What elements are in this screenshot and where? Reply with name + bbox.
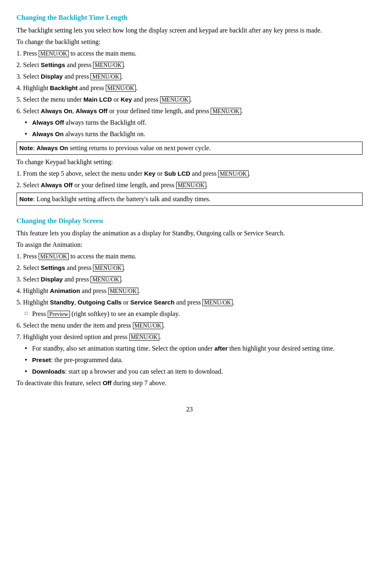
sub-lcd-label: Sub LCD — [164, 170, 190, 177]
section2-step5: 5. Highlight Standby, Outgoing Calls or … — [16, 297, 363, 307]
keypad-step1: 1. From the step 5 above, select the men… — [16, 169, 363, 179]
off-label: Off — [102, 379, 112, 386]
section1-intro: The backlight setting lets you select ho… — [16, 26, 363, 35]
section1-step3: 3. Select Display and press MENU/OK. — [16, 72, 363, 81]
downloads-label: Downloads — [32, 368, 65, 375]
menu-ok-key-s2-1: MENU/OK — [39, 253, 69, 260]
always-off-label-2: Always Off — [41, 181, 73, 188]
always-on-inline: Always On — [32, 130, 64, 137]
section2-step1: 1. Press MENU/OK to access the main menu… — [16, 251, 363, 261]
bullet-always-off: Always Off always turns the Backlight of… — [25, 118, 363, 128]
menu-ok-key-1: MENU/OK — [39, 50, 69, 57]
deactivate-text: To deactivate this feature, select Off d… — [16, 378, 363, 388]
menu-ok-key-s2-6: MENU/OK — [133, 322, 163, 329]
bullet-for-standby: For standby, also set animation starting… — [25, 344, 363, 353]
settings-label-1: Settings — [41, 61, 65, 68]
main-lcd-label: Main LCD — [84, 96, 112, 103]
menu-ok-key-6: MENU/OK — [211, 108, 241, 115]
service-search-label: Service Search — [130, 299, 175, 306]
section2-step4: 4. Highlight Animation and press MENU/OK… — [16, 286, 363, 296]
preview-key: Preview — [48, 311, 70, 318]
section2-bullets: For standby, also set animation starting… — [16, 344, 363, 377]
always-on-label-1: Always On — [41, 107, 72, 114]
menu-ok-key-4: MENU/OK — [106, 85, 136, 92]
section1: Changing the Backlight Time Length The b… — [16, 12, 363, 206]
square-bullet-item: Press Preview (right softkey) to see an … — [25, 309, 363, 319]
note2-box: Note: Long backlight setting affects the… — [16, 193, 363, 206]
section1-bullets: Always Off always turns the Backlight of… — [16, 118, 363, 139]
menu-ok-key-s2-2: MENU/OK — [93, 265, 123, 272]
standby-label: Standby — [50, 299, 74, 306]
section2-step3: 3. Select Display and press MENU/OK. — [16, 274, 363, 284]
section1-step1: 1. Press MENU/OK to access the main menu… — [16, 49, 363, 58]
menu-ok-key-s2-4: MENU/OK — [108, 288, 138, 295]
section1-step5: 5. Select the menu under Main LCD or Key… — [16, 95, 363, 105]
menu-ok-key-5: MENU/OK — [160, 96, 190, 103]
section2-intro: This feature lets you display the animat… — [16, 228, 363, 238]
key-label-2: Key — [144, 170, 156, 177]
animation-label: Animation — [50, 287, 80, 294]
menu-ok-key-8: MENU/OK — [176, 182, 206, 189]
note1-label: Note: Always On setting returns to previ… — [19, 144, 211, 151]
note2-text: Note: Long backlight setting affects the… — [19, 195, 211, 202]
section2-step2: 2. Select Settings and press MENU/OK. — [16, 263, 363, 273]
section1-step6: 6. Select Always On, Always Off or your … — [16, 106, 363, 116]
note1-box: Note: Always On setting returns to previ… — [16, 142, 363, 155]
section2: Changing the Display Screen This feature… — [16, 216, 363, 388]
menu-ok-key-7: MENU/OK — [218, 170, 248, 177]
settings-label-2: Settings — [41, 264, 65, 271]
section1-step4: 4. Highlight Backlight and press MENU/OK… — [16, 83, 363, 93]
bullet-preset: Preset: the pre-programmed data. — [25, 355, 363, 365]
section1-step2: 2. Select Settings and press MENU/OK. — [16, 60, 363, 70]
backlight-label: Backlight — [50, 84, 78, 91]
section2-step6: 6. Select the menu under the item and pr… — [16, 321, 363, 330]
always-off-inline: Always Off — [32, 119, 64, 126]
section1-instructions-intro: To change the backlight setting: — [16, 37, 363, 47]
keypad-step2: 2. Select Always Off or your defined tim… — [16, 180, 363, 190]
section2-step7: 7. Highlight your desired option and pre… — [16, 332, 363, 342]
menu-ok-key-s2-7: MENU/OK — [129, 334, 159, 341]
section1-title: Changing the Backlight Time Length — [16, 12, 363, 23]
menu-ok-key-2: MENU/OK — [93, 62, 123, 69]
animation-intro: To assign the Animation: — [16, 240, 363, 250]
bullet-downloads: Downloads: start up a browser and you ca… — [25, 367, 363, 377]
display-label-2: Display — [41, 276, 63, 283]
square-bullet-list: Press Preview (right softkey) to see an … — [16, 309, 363, 319]
after-label: after — [214, 345, 228, 352]
outgoing-calls-label: Outgoing Calls — [78, 299, 122, 306]
section2-title: Changing the Display Screen — [16, 216, 363, 226]
bullet-always-on: Always On always turns the Backlight on. — [25, 129, 363, 139]
menu-ok-key-s2-3: MENU/OK — [91, 276, 121, 283]
always-off-label-1: Always Off — [76, 107, 108, 114]
keypad-intro: To change Keypad backlight setting: — [16, 157, 363, 167]
key-label-1: Key — [121, 96, 132, 103]
page-number: 23 — [16, 404, 363, 414]
menu-ok-key-3: MENU/OK — [91, 73, 121, 80]
preset-label: Preset — [32, 356, 51, 363]
menu-ok-key-s2-5: MENU/OK — [202, 299, 233, 306]
display-label-1: Display — [41, 73, 63, 80]
